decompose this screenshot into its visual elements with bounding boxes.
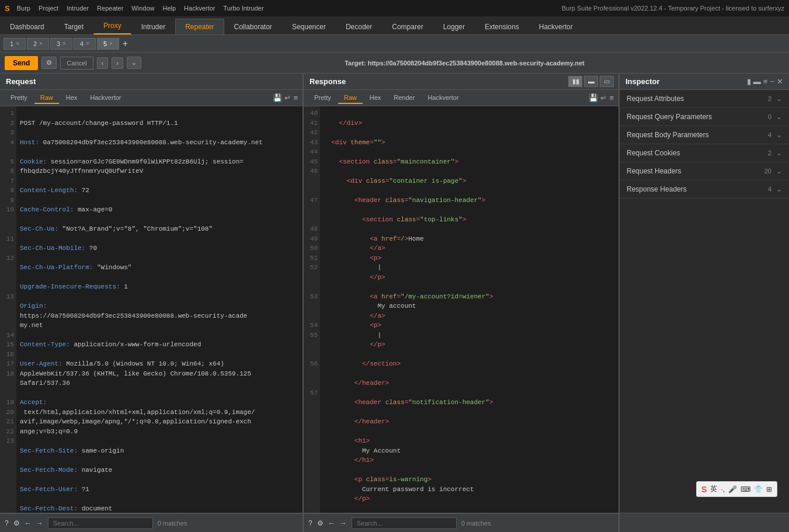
nav-down-button[interactable]: ⌄ [127,57,141,69]
inspector-view-icon-1[interactable]: ▮ [747,77,751,86]
res-settings-icon[interactable]: ⚙ [317,519,324,527]
res-tab-raw[interactable]: Raw [338,92,363,104]
close-tab-4[interactable]: × [86,40,89,47]
nav-back-button[interactable]: ‹ [97,57,109,69]
req-line-13: Accept: text/html,application/xhtml+xml,… [20,398,299,436]
inspector-panel: Inspector ▮ ▬ ≡ − ✕ Request Attributes 2… [620,74,789,513]
request-search-input[interactable] [48,517,153,529]
request-bottom-bar: ? ⚙ ← → 0 matches [0,513,304,532]
res-tab-render[interactable]: Render [388,92,420,104]
menu-project[interactable]: Project [39,5,58,12]
res-wrap-icon[interactable]: ↵ [600,93,607,102]
nav-tab-extensions[interactable]: Extensions [475,19,529,34]
req-nav-fwd-icon[interactable]: → [36,519,43,527]
chevron-down-icon-2: ⌄ [776,113,782,121]
view-toggle-split[interactable]: ▮▮ [568,76,582,87]
send-button[interactable]: Send [5,56,38,70]
close-tab-2[interactable]: × [39,40,43,47]
menu-burp[interactable]: Burp [17,5,30,12]
ime-apps-icon[interactable]: ⊞ [766,485,772,493]
request-code-content[interactable]: POST /my-account/change-password HTTP/1.… [16,106,303,513]
cancel-button[interactable]: Cancel [60,57,93,69]
inspector-row-req-attrs[interactable]: Request Attributes 2 ⌄ [620,90,789,108]
inspector-count-req-attrs: 2 [768,95,771,102]
ime-mic-icon[interactable]: 🎤 [728,485,737,493]
response-search-input[interactable] [352,517,457,529]
ime-clothes-icon[interactable]: 👕 [754,485,763,493]
res-line-53: <p class=is-warning> Current password is… [324,475,615,504]
res-tab-pretty[interactable]: Pretty [308,92,337,104]
nav-tab-decoder[interactable]: Decoder [336,19,382,34]
req-help-icon[interactable]: ? [5,519,9,527]
nav-tab-intruder[interactable]: Intruder [131,19,175,34]
inspector-minimize-icon[interactable]: − [770,77,774,86]
inspector-row-req-cookies[interactable]: Request Cookies 2 ⌄ [620,144,789,162]
menu-hackvertor[interactable]: Hackvertor [184,5,215,12]
res-nav-fwd-icon[interactable]: → [340,519,347,527]
req-nav-back-icon[interactable]: ← [25,519,32,527]
inspector-settings-icon[interactable]: ≡ [763,77,768,86]
nav-tab-comparer[interactable]: Comparer [382,19,433,34]
inspector-row-req-query[interactable]: Request Query Parameters 0 ⌄ [620,108,789,126]
close-tab-3[interactable]: × [62,40,66,47]
nav-tab-collaborator[interactable]: Collaborator [224,19,282,34]
add-tab-button[interactable]: + [120,39,130,49]
req-tab-5[interactable]: 5× [97,38,119,50]
request-code-area[interactable]: 1 2 3 4 5 6 7 8 9 10 11 12 13 14 15 16 1 [0,106,303,513]
menu-turbo-intruder[interactable]: Turbo Intruder [223,5,263,12]
target-label: Target: https://0a75008204db9f3ec2538439… [145,60,784,67]
nav-tab-hackvertor[interactable]: Hackvertor [529,19,583,34]
req-tab-2[interactable]: 2× [27,38,49,50]
settings-button[interactable]: ⚙ [41,57,57,69]
response-code-area[interactable]: 40 41 42 43 44 45 46 47 48 49 50 51 52 5… [304,106,618,513]
req-tab-3[interactable]: 3× [50,38,72,50]
res-tab-hex[interactable]: Hex [364,92,387,104]
menu-window[interactable]: Window [131,5,154,12]
menu-repeater[interactable]: Repeater [97,5,123,12]
res-tab-hackvertor[interactable]: Hackvertor [422,92,464,104]
close-tab-5[interactable]: × [109,40,113,47]
req-line-17: Sec-Fetch-Dest: document [20,504,299,513]
view-toggle-tabs[interactable]: ▭ [600,76,614,87]
res-menu-icon[interactable]: ≡ [609,93,614,102]
req-wrap-icon[interactable]: ↵ [284,93,291,102]
menu-help[interactable]: Help [162,5,176,12]
nav-fwd-button[interactable]: › [112,57,123,69]
req-tab-hackvertor[interactable]: Hackvertor [84,92,127,104]
chevron-down-icon-3: ⌄ [776,131,782,139]
nav-tab-proxy[interactable]: Proxy [93,18,131,34]
response-panel-tabs: Pretty Raw Hex Render Hackvertor 💾 ↵ ≡ [304,90,618,106]
inspector-close-icon[interactable]: ✕ [777,77,783,86]
nav-tab-target[interactable]: Target [54,19,93,34]
req-settings-icon[interactable]: ⚙ [13,519,20,527]
req-tab-4[interactable]: 4× [74,38,96,50]
response-panel: Response ▮▮ ▬ ▭ Pretty Raw Hex Render Ha… [304,74,620,513]
nav-tab-logger[interactable]: Logger [433,19,475,34]
nav-tab-sequencer[interactable]: Sequencer [282,19,336,34]
nav-tab-repeater[interactable]: Repeater [175,19,224,34]
request-panel: Request Pretty Raw Hex Hackvertor 💾 ↵ ≡ … [0,74,304,513]
inspector-row-req-body[interactable]: Request Body Parameters 4 ⌄ [620,126,789,144]
inspector-row-res-headers[interactable]: Response Headers 4 ⌄ [620,180,789,199]
req-tab-hex[interactable]: Hex [60,92,84,104]
req-tab-raw[interactable]: Raw [34,92,59,104]
response-code-content[interactable]: </div> <div theme=""> <section class="ma… [320,106,618,513]
nav-tab-dashboard[interactable]: Dashboard [0,19,54,34]
close-tab-1[interactable]: × [16,40,19,47]
inspector-count-req-cookies: 2 [768,149,771,157]
req-menu-icon[interactable]: ≡ [293,93,298,102]
res-save-icon[interactable]: 💾 [589,93,598,102]
menu-intruder[interactable]: Intruder [67,5,89,12]
inspector-view-icon-2[interactable]: ▬ [753,77,761,86]
inspector-row-req-headers[interactable]: Request Headers 20 ⌄ [620,162,789,180]
res-help-icon[interactable]: ? [308,519,312,527]
req-save-icon[interactable]: 💾 [273,93,282,102]
req-tab-1[interactable]: 1× [4,38,26,50]
req-line-3: Cookie: session=aorGJc7GE0WDnm9f0lWiKPPt… [20,157,299,176]
view-toggle-horiz[interactable]: ▬ [584,76,598,87]
req-tab-pretty[interactable]: Pretty [5,92,33,104]
ime-keyboard-icon[interactable]: ⌨ [741,485,750,493]
res-nav-back-icon[interactable]: ← [328,519,335,527]
inspector-bottom-bar [620,513,789,532]
ime-toolbar: S 英 ·, 🎤 ⌨ 👕 ⊞ [696,481,777,497]
